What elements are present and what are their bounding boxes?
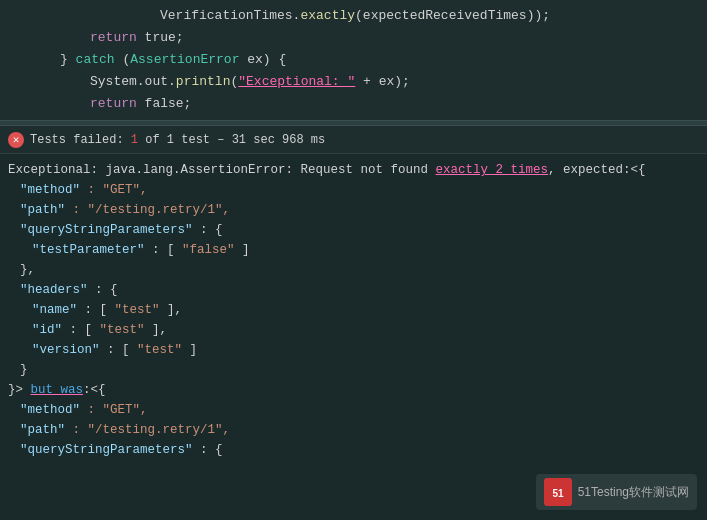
json-key: "method" [20,400,80,420]
json-bracket: }, [20,260,35,280]
json-key: "queryStringParameters" [20,220,193,240]
watermark-icon: 51 [544,478,572,506]
json-value: : [ [77,300,115,320]
json-value: : "GET", [80,180,148,200]
json-key: "path" [20,420,65,440]
test-status-text: Tests failed: 1 of 1 test – 31 sec 968 m… [30,133,325,147]
code-text: AssertionError [130,52,239,67]
exactly-times-highlight: exactly 2 times [436,160,549,180]
json-value: : "/testing.retry/1", [65,420,230,440]
code-keyword-catch: catch [76,52,115,67]
json-value: ], [145,320,168,340]
watermark: 51 51Testing软件测试网 [536,474,697,510]
json-key: "name" [32,300,77,320]
code-text: return [90,30,137,45]
code-text: exactly [300,8,355,23]
json-line-path: "path" : "/testing.retry/1", [8,200,699,220]
code-string: "Exceptional: " [238,74,355,89]
code-text: ( [115,52,131,67]
error-prefix: Exceptional: java.lang.AssertionError: R… [8,160,436,180]
bottom-line-query: "queryStringParameters" : { [8,440,699,460]
json-value: : "/testing.retry/1", [65,200,230,220]
json-line-query: "queryStringParameters" : { [8,220,699,240]
code-area: VerificationTimes.exactly(expectedReceiv… [0,0,707,120]
code-line-2: return true; [0,26,707,48]
code-text: (expectedReceivedTimes)); [355,8,550,23]
json-bracket: } [20,360,28,380]
json-value: : [ [145,240,183,260]
code-text: + ex); [355,74,410,89]
json-value: : [ [100,340,138,360]
error-line: Exceptional: java.lang.AssertionError: R… [8,160,699,180]
json-value: : { [193,220,223,240]
json-line-id: "id" : [ "test" ], [8,320,699,340]
but-was-line: }> but was:<{ [8,380,699,400]
test-label: Tests failed: [30,133,124,147]
code-text: false; [137,96,192,111]
code-text: true; [137,30,184,45]
but-was-highlight: but was [31,380,84,400]
json-string: "test" [100,320,145,340]
json-key: "id" [32,320,62,340]
json-line-method: "method" : "GET", [8,180,699,200]
json-key: "queryStringParameters" [20,440,193,460]
code-text: System.out. [90,74,176,89]
json-line-testparam: "testParameter" : [ "false" ] [8,240,699,260]
bottom-line-path: "path" : "/testing.retry/1", [8,420,699,440]
test-detail: of 1 test – 31 sec 968 ms [145,133,325,147]
code-text: } [60,52,76,67]
code-text: } [60,118,68,121]
test-status-bar: ✕ Tests failed: 1 of 1 test – 31 sec 968… [0,126,707,154]
json-line-headers: "headers" : { [8,280,699,300]
code-text: ( [230,74,238,89]
json-string: "test" [115,300,160,320]
json-value: : { [88,280,118,300]
json-key: "headers" [20,280,88,300]
error-icon: ✕ [8,132,24,148]
code-text: println [176,74,231,89]
json-key: "path" [20,200,65,220]
json-value: ] [182,340,197,360]
json-value: ] [235,240,250,260]
watermark-label: 51Testing软件测试网 [578,484,689,501]
json-value: : [ [62,320,100,340]
code-line-1: VerificationTimes.exactly(expectedReceiv… [0,4,707,26]
json-value: : "GET", [80,400,148,420]
but-was-prefix: }> [8,380,31,400]
error-suffix: , expected:<{ [548,160,646,180]
code-line-4: System.out.println("Exceptional: " + ex)… [0,70,707,92]
code-line-5: return false; [0,92,707,114]
code-line-3: } catch (AssertionError ex) { [0,48,707,70]
json-line-close1: }, [8,260,699,280]
json-key: "version" [32,340,100,360]
json-value: ], [160,300,183,320]
json-key: "method" [20,180,80,200]
but-was-suffix: :<{ [83,380,106,400]
json-string: "test" [137,340,182,360]
json-line-version: "version" : [ "test" ] [8,340,699,360]
watermark-svg: 51 [544,478,572,506]
json-line-name: "name" : [ "test" ], [8,300,699,320]
fail-count: 1 [131,133,138,147]
output-area: Exceptional: java.lang.AssertionError: R… [0,154,707,520]
json-key: "testParameter" [32,240,145,260]
code-text: VerificationTimes. [160,8,300,23]
svg-text:51: 51 [552,488,564,499]
bottom-line-method: "method" : "GET", [8,400,699,420]
json-value: : { [193,440,223,460]
code-text: ex) { [239,52,286,67]
json-line-close2: } [8,360,699,380]
json-string: "false" [182,240,235,260]
code-text: return [90,96,137,111]
